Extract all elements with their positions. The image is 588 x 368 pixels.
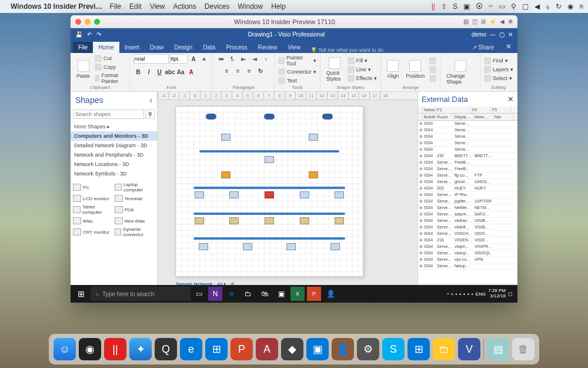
quicktime-icon[interactable]: Q bbox=[155, 338, 177, 360]
edge-icon[interactable]: e bbox=[180, 338, 202, 360]
taskbar-store-icon[interactable]: 🛍 bbox=[258, 287, 272, 301]
bring-front-icon[interactable] bbox=[429, 57, 436, 64]
ribbon-collapse-icon[interactable]: ✕ bbox=[500, 40, 517, 53]
format-painter-button[interactable]: Format Painter bbox=[95, 72, 126, 84]
position-button[interactable]: Position bbox=[403, 59, 427, 80]
numbering-icon[interactable]: ⒈ bbox=[228, 54, 237, 64]
pointer-tool-button[interactable]: Pointer Tool ▾ bbox=[278, 55, 316, 67]
align-center-icon[interactable]: ≡ bbox=[233, 66, 243, 75]
shape-terminal[interactable]: Terminal bbox=[115, 195, 155, 202]
table-row[interactable]: ⊝ISS4Serve…ftp.co…FTP bbox=[418, 173, 517, 179]
tray-icon[interactable]: ▪ bbox=[459, 291, 461, 297]
table-row[interactable]: ⊝ISS4Serve… bbox=[418, 147, 517, 153]
parallels-icon[interactable]: || bbox=[104, 338, 126, 360]
explorer-icon[interactable]: 🗀 bbox=[433, 338, 455, 360]
taskbar-user-icon[interactable]: 👤 bbox=[323, 287, 338, 301]
downloads-icon[interactable]: ▤ bbox=[487, 338, 509, 360]
taskbar-excel-icon[interactable]: X bbox=[290, 287, 305, 301]
vm-ctrl-icon[interactable]: ◫ bbox=[472, 18, 477, 25]
taskbar-clock[interactable]: 7:28 PM3/12/18 bbox=[488, 289, 506, 299]
shape-category[interactable]: Network Locations - 3D bbox=[71, 160, 157, 169]
search-icon[interactable]: ⚲ bbox=[145, 110, 155, 119]
table-row[interactable]: ⊝ISS4Serve… bbox=[418, 127, 517, 134]
volume-icon[interactable]: ◀︎ bbox=[534, 2, 540, 11]
tab-insert[interactable]: Insert bbox=[119, 42, 145, 53]
task-view-icon[interactable]: ▭ bbox=[192, 287, 206, 301]
wifi-icon[interactable]: ⌔ bbox=[489, 2, 493, 11]
windows-app-icon[interactable]: ⊞ bbox=[407, 338, 430, 360]
table-row[interactable]: ⊝ISS4Serve…visibac…VISIB… bbox=[418, 218, 517, 224]
strike-button[interactable]: abc bbox=[165, 67, 175, 77]
app-icon[interactable]: ◆ bbox=[281, 338, 303, 360]
shape-category[interactable]: Computers and Monitors - 3D bbox=[71, 131, 157, 141]
tab-view[interactable]: View bbox=[282, 42, 306, 53]
align-right-icon[interactable]: ≡ bbox=[245, 66, 254, 75]
align-button[interactable]: Align bbox=[385, 59, 401, 80]
change-shape-button[interactable]: Change Shape bbox=[444, 59, 476, 86]
vm-settings-icon[interactable]: ✻ bbox=[508, 18, 513, 25]
battery-icon[interactable]: ▭ bbox=[499, 2, 505, 11]
table-row[interactable]: ⊝ISS4Serve…jupiter…JUPITER bbox=[418, 198, 517, 205]
settings-icon[interactable]: ⚙ bbox=[357, 338, 379, 360]
shapes-search-input[interactable] bbox=[73, 110, 144, 119]
tell-me[interactable]: 💡 Tell me what you want to do bbox=[310, 47, 383, 53]
table-row[interactable]: ⊝ISS4Serve…vpn.co…VPN bbox=[418, 257, 517, 263]
effects-button[interactable]: Effects ▾ bbox=[348, 75, 377, 82]
table-row[interactable]: ⊝ISS4203HUEYHUEY bbox=[418, 185, 517, 192]
table-row[interactable]: ⊝ISS4Serve… bbox=[418, 134, 517, 140]
fill-button[interactable]: Fill ▾ bbox=[348, 57, 377, 64]
tab-design[interactable]: Design bbox=[169, 42, 198, 53]
indent-dec-icon[interactable]: ⇤ bbox=[239, 54, 248, 64]
app-icon[interactable]: ▣ bbox=[306, 338, 329, 360]
skype-icon[interactable]: S bbox=[382, 338, 405, 360]
shape-pda[interactable]: PDA bbox=[115, 204, 155, 215]
siri-icon[interactable]: ◉ bbox=[79, 338, 101, 360]
font-name-input[interactable] bbox=[133, 54, 169, 64]
group-icon[interactable] bbox=[429, 75, 436, 82]
text-tool-button[interactable]: Text bbox=[278, 77, 316, 84]
mac-app-title[interactable]: Windows 10 Insider Previ… bbox=[11, 2, 103, 11]
table-row[interactable]: ⊝ISS4Serve…visisql…VISISQL bbox=[418, 250, 517, 257]
canvas-wrap[interactable]: -3-2-10123456789101112131415161718 bbox=[158, 92, 417, 292]
qa-undo-icon[interactable]: ↶ bbox=[87, 31, 92, 38]
drawing-canvas[interactable]: Sample Network All ▾ ⊕ bbox=[175, 106, 363, 277]
parallels-icon[interactable]: || bbox=[432, 2, 435, 11]
connector-button[interactable]: Connector ▾ bbox=[278, 68, 316, 75]
layers-button[interactable]: Layers ▾ bbox=[484, 66, 513, 73]
taskbar-app-icon[interactable]: ▣ bbox=[274, 287, 288, 301]
table-row[interactable]: ⊝ISS4218VISIEN…VISIE… bbox=[418, 237, 517, 244]
tab-review[interactable]: Review bbox=[253, 42, 283, 53]
tab-process[interactable]: Process bbox=[220, 42, 252, 53]
shape-category[interactable]: Network and Peripherals - 3D bbox=[71, 150, 157, 160]
mac-menu-view[interactable]: View bbox=[150, 2, 165, 11]
start-button[interactable]: ⊞ bbox=[72, 286, 91, 302]
evernote-icon[interactable]: ▣ bbox=[463, 2, 470, 11]
taskbar-explorer-icon[interactable]: 🗀 bbox=[241, 287, 255, 301]
shapes-collapse-icon[interactable]: ‹ bbox=[149, 95, 152, 105]
table-row[interactable]: ⊝ISS4Serve…ghost…GHOS… bbox=[418, 179, 517, 185]
table-row[interactable]: ⊝ISS4Serve… bbox=[418, 121, 517, 127]
shrink-font-icon[interactable]: A bbox=[199, 54, 209, 64]
indent-inc-icon[interactable]: ⇥ bbox=[250, 54, 259, 64]
table-row[interactable]: ⊝ISS4Serve…visibill…VISIB… bbox=[418, 224, 517, 231]
win-close-icon[interactable]: ✕ bbox=[508, 31, 513, 38]
table-row[interactable]: ⊝ISS4Serve…FreeB… bbox=[418, 166, 517, 173]
trash-icon[interactable]: 🗑 bbox=[512, 338, 534, 360]
user-app-icon[interactable]: 👤 bbox=[332, 338, 354, 360]
access-icon[interactable]: A bbox=[256, 338, 278, 360]
shape-imac[interactable]: iMac bbox=[73, 217, 113, 224]
win-max-icon[interactable]: ▢ bbox=[499, 31, 505, 38]
shape-pc[interactable]: PC bbox=[73, 182, 113, 193]
case-button[interactable]: Aa bbox=[176, 67, 185, 77]
select-button[interactable]: Select ▾ bbox=[484, 75, 513, 82]
mac-menu-window[interactable]: Window bbox=[238, 2, 263, 11]
shape-laptop[interactable]: Laptop computer bbox=[115, 182, 155, 193]
shape-connector[interactable]: Dynamic connector bbox=[115, 227, 155, 237]
line-spacing-icon[interactable]: ↕ bbox=[261, 54, 270, 64]
table-row[interactable]: ⊝ISS4Serve…Netop… bbox=[418, 263, 517, 270]
grow-font-icon[interactable]: A bbox=[189, 54, 198, 64]
windows-icon[interactable]: ⊞ bbox=[205, 338, 228, 360]
win-min-icon[interactable]: — bbox=[490, 31, 496, 38]
find-button[interactable]: Find ▾ bbox=[484, 57, 513, 64]
app-icon[interactable]: ⦿ bbox=[476, 2, 483, 11]
